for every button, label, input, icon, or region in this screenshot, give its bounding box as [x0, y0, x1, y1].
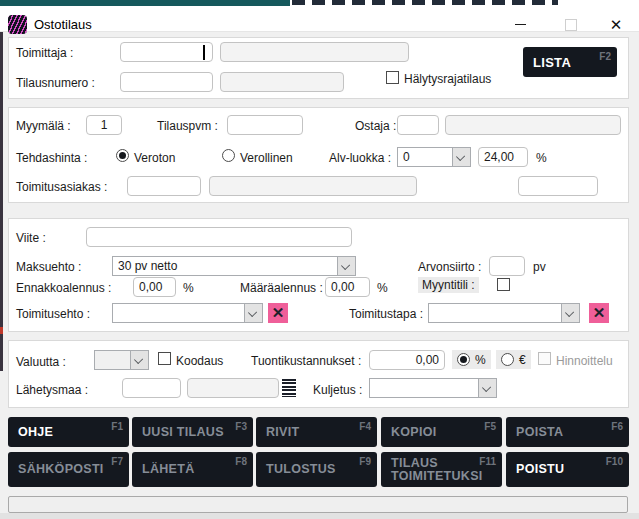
alv-percent-input[interactable] [478, 147, 528, 167]
veroton-radio[interactable] [116, 149, 129, 162]
text-caret [203, 45, 205, 60]
kopioi-button[interactable]: KOPIOIF5 [381, 417, 502, 447]
ostaja-name-field [445, 115, 621, 135]
tuonti-euro-radio[interactable]: € [496, 350, 531, 369]
rivit-button[interactable]: RIVITF4 [256, 417, 377, 447]
halytysrajatilaus-label: Hälytysrajatilaus [404, 72, 491, 86]
lahetysmaa-code-input[interactable] [122, 378, 181, 398]
tehdashinta-label: Tehdashinta : [16, 151, 87, 165]
window-bottom-edge [0, 513, 639, 519]
ostaja-label: Ostaja : [355, 119, 396, 133]
chevron-down-icon [337, 257, 355, 275]
tilausnumero-label: Tilausnumero : [16, 76, 95, 90]
arvonsiirto-unit-label: pv [533, 260, 546, 274]
button-fkey: F8 [235, 455, 247, 468]
valuutta-select [94, 350, 149, 370]
background-edge-marker [0, 327, 3, 334]
kuljetus-select[interactable] [369, 378, 497, 398]
button-fkey: F10 [606, 455, 623, 468]
ennakkoalennus-label: Ennakkoalennus : [16, 281, 111, 295]
arvonsiirto-label: Arvonsiirto : [418, 260, 481, 274]
toimitustapa-clear-button[interactable]: ✕ [589, 303, 609, 323]
button-label: POISTA [516, 426, 563, 439]
toimittaja-label: Toimittaja : [16, 46, 73, 60]
halytysrajatilaus-checkbox[interactable] [386, 71, 399, 84]
laheta-button[interactable]: LÄHETÄF8 [132, 452, 253, 487]
tilauspvm-input[interactable] [227, 115, 303, 135]
tilausnumero-input[interactable] [120, 72, 213, 92]
button-label: SÄHKÖPOSTI [18, 463, 104, 476]
maximize-icon [565, 19, 577, 31]
ostaja-code-input[interactable] [397, 115, 439, 135]
ennakkoalennus-input[interactable] [133, 277, 176, 297]
tilaus-toimitetuksi-button[interactable]: TILAUS TOIMITETUKSIF11 [381, 452, 502, 487]
button-fkey: F1 [111, 420, 123, 433]
koodaus-checkbox[interactable] [158, 352, 171, 365]
arvonsiirto-input[interactable] [489, 256, 525, 276]
background-title-text-fragment [292, 0, 558, 5]
toimitustapa-select[interactable] [428, 303, 580, 323]
myyntitili-label: Myyntitili : [418, 277, 479, 293]
toimitusasiakas-extra-input[interactable] [518, 176, 598, 196]
tulostus-button[interactable]: TULOSTUSF9 [256, 452, 377, 487]
minimize-icon [515, 24, 526, 26]
chevron-down-icon [561, 304, 579, 322]
viite-input[interactable] [86, 227, 352, 247]
myyntitili-checkbox[interactable] [497, 278, 510, 291]
alv-percent-sign: % [536, 151, 547, 165]
hinnoittelu-checkbox [538, 352, 551, 365]
button-fkey: F7 [111, 455, 123, 468]
button-label: KOPIOI [391, 426, 437, 439]
maara-percent-sign: % [377, 281, 388, 295]
sahkoposti-button[interactable]: SÄHKÖPOSTIF7 [8, 452, 129, 487]
button-fkey: F11 [479, 455, 496, 468]
button-fkey: F9 [359, 455, 371, 468]
toimitusasiakas-name-field [209, 176, 417, 196]
poistu-button[interactable]: POISTUF10 [506, 452, 629, 487]
button-label: RIVIT [266, 426, 299, 439]
clear-x-icon: ✕ [272, 304, 285, 321]
viite-label: Viite : [16, 231, 46, 245]
alv-luokka-select[interactable]: 0 [397, 147, 471, 167]
maaraalennus-input[interactable] [325, 277, 370, 297]
button-label: LÄHETÄ [142, 463, 195, 476]
lista-button-label: LISTA [533, 56, 571, 69]
toimittaja-name-field [220, 42, 409, 62]
toimitusehto-clear-button[interactable]: ✕ [268, 303, 288, 323]
toimitusehto-label: Toimitusehto : [16, 307, 90, 321]
ohje-button[interactable]: OHJEF1 [8, 417, 129, 447]
tuontikustannukset-label: Tuontikustannukset : [251, 354, 361, 368]
maksuehto-select[interactable]: 30 pv netto [112, 256, 356, 276]
euro-radio-label: € [519, 353, 526, 367]
chevron-down-icon [244, 304, 262, 322]
verollinen-radio[interactable] [222, 149, 235, 162]
tuontikustannukset-input[interactable] [369, 350, 445, 370]
uusi-tilaus-button[interactable]: UUSI TILAUSF3 [132, 417, 253, 447]
chevron-down-icon [452, 148, 470, 166]
toimittaja-code-input[interactable] [120, 42, 213, 62]
maksuehto-label: Maksuehto : [16, 260, 81, 274]
clear-x-icon: ✕ [593, 304, 606, 321]
maaraalennus-label: Määräalennus : [240, 281, 323, 295]
chevron-down-icon [478, 379, 496, 397]
poista-button[interactable]: POISTAF6 [506, 417, 629, 447]
toimitustapa-label: Toimitustapa : [349, 307, 423, 321]
minimize-button[interactable] [505, 14, 535, 35]
tuonti-percent-radio[interactable]: % [452, 350, 491, 369]
lahetysmaa-label: Lähetysmaa : [16, 383, 88, 397]
myymala-input[interactable] [86, 115, 122, 135]
country-list-icon[interactable] [282, 379, 296, 397]
percent-radio-icon [457, 353, 470, 366]
toimitusehto-select[interactable] [112, 303, 263, 323]
button-label: OHJE [18, 426, 53, 439]
close-button[interactable]: ✕ [601, 14, 631, 35]
percent-radio-label: % [475, 353, 486, 367]
tilauspvm-label: Tilauspvm : [157, 119, 218, 133]
chevron-down-icon [130, 351, 148, 369]
euro-radio-icon [501, 353, 514, 366]
hinnoittelu-label: Hinnoittelu [556, 354, 613, 368]
lista-button[interactable]: LISTA F2 [523, 47, 617, 77]
toimitusasiakas-code-input[interactable] [127, 176, 201, 196]
myymala-label: Myymälä : [16, 119, 71, 133]
lahetysmaa-name-field [187, 378, 279, 398]
